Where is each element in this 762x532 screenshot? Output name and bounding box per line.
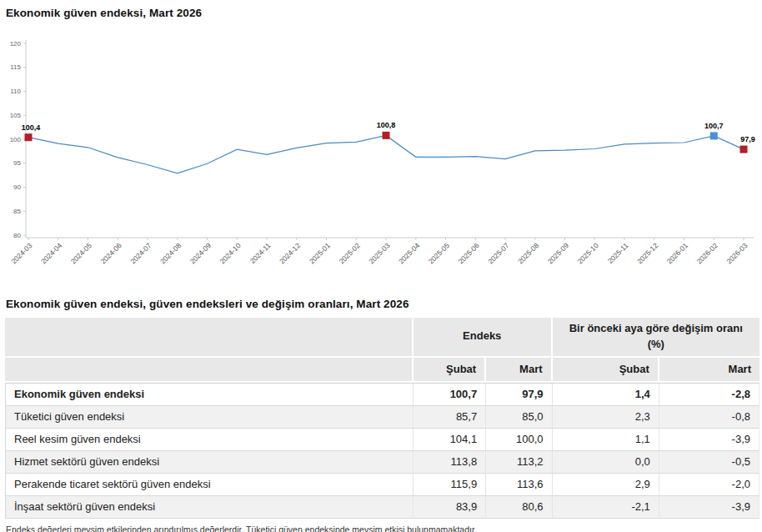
value-cell: 100,7 [414, 383, 486, 406]
value-cell: -3,9 [659, 429, 759, 451]
x-axis-tick-label: 2026-03 [724, 241, 749, 265]
value-cell: 0,0 [553, 451, 659, 474]
value-cell: -0,5 [659, 451, 759, 474]
table-row: Ekonomik güven endeksi100,797,91,4-2,8 [5, 383, 759, 406]
y-axis-tick-label: 110 [10, 88, 21, 95]
value-cell: 115,9 [414, 474, 486, 496]
x-axis-tick-label: 2024-12 [278, 241, 302, 265]
data-label-2024-03: 100,4 [22, 123, 41, 132]
table-row: Reel kesim güven endeksi104,1100,01,1-3,… [5, 429, 759, 451]
x-axis-tick-label: 2025-01 [308, 241, 332, 265]
x-axis-tick-label: 2025-10 [576, 241, 600, 265]
x-axis-tick-label: 2024-09 [188, 241, 213, 265]
highlight-marker-2024-03 [25, 133, 33, 141]
table-sub-header-row: Şubat Mart Şubat Mart [5, 358, 759, 383]
value-cell: 113,8 [414, 451, 486, 474]
x-axis-tick-label: 2025-12 [635, 241, 659, 265]
highlight-marker-2025-03 [383, 132, 390, 139]
x-axis-tick-label: 2025-03 [367, 241, 391, 265]
data-label-2026-02: 100,7 [704, 122, 724, 130]
table-row: Hizmet sektörü güven endeksi113,8113,20,… [5, 451, 759, 474]
x-axis-tick-label: 2025-08 [516, 241, 540, 265]
table-row: Tüketici güven endeksi85,785,02,3-0,8 [5, 406, 759, 429]
y-axis-tick-label: 80 [13, 232, 21, 239]
value-cell: 1,4 [553, 383, 659, 406]
y-axis-tick-label: 85 [13, 208, 21, 215]
sub-header-mart-change: Mart [659, 358, 759, 383]
x-axis-tick-label: 2025-04 [397, 241, 421, 265]
value-cell: 1,1 [553, 429, 659, 451]
value-cell: 97,9 [486, 383, 552, 406]
highlight-marker-2026-03 [740, 146, 748, 153]
x-axis-tick-label: 2025-02 [338, 241, 362, 265]
footnote: Endeks değerleri mevsim etkilerinden arı… [6, 524, 759, 532]
value-cell: 80,6 [486, 496, 552, 519]
series-line-ekonomik-guven-endeksi [28, 135, 744, 173]
table-header: Endeks Bir önceki aya göre değişim oranı… [5, 318, 759, 383]
y-axis-tick-label: 105 [10, 112, 22, 119]
x-axis-tick-label: 2024-08 [158, 241, 183, 265]
sub-header-subat-endeks: Şubat [414, 358, 486, 383]
table-row: İnşaat sektörü güven endeksi83,980,6-2,1… [5, 496, 759, 519]
x-axis-tick-label: 2024-04 [39, 241, 63, 265]
row-label: Ekonomik güven endeksi [5, 383, 414, 406]
table-body: Ekonomik güven endeksi100,797,91,4-2,8Tü… [5, 383, 759, 519]
chart-title: Ekonomik güven endeksi, Mart 2026 [6, 7, 759, 19]
x-axis-tick-label: 2025-05 [427, 241, 451, 265]
value-cell: 2,9 [553, 474, 659, 496]
x-axis-tick-label: 2026-01 [665, 241, 689, 265]
value-cell: 100,0 [486, 429, 552, 451]
y-axis-tick-label: 90 [13, 183, 21, 191]
x-axis-tick-label: 2025-11 [606, 241, 630, 265]
confidence-index-table: Endeks Bir önceki aya göre değişim oranı… [5, 318, 759, 519]
x-axis-tick-label: 2024-06 [99, 241, 123, 265]
group-header-endeks: Endeks [414, 318, 553, 358]
economic-confidence-line-chart: 808590951001051101151202024-032024-04202… [5, 31, 759, 283]
sub-header-mart-endeks: Mart [486, 358, 552, 383]
value-cell: 113,2 [486, 451, 552, 474]
row-label: İnşaat sektörü güven endeksi [5, 496, 414, 519]
value-cell: -3,9 [659, 496, 759, 519]
data-label-2026-03: 97,9 [740, 135, 755, 143]
table-group-header-row: Endeks Bir önceki aya göre değişim oranı… [5, 318, 759, 358]
value-cell: 83,9 [414, 496, 486, 519]
x-axis-tick-label: 2024-11 [248, 241, 273, 265]
x-axis-tick-label: 2026-02 [695, 241, 719, 265]
x-axis-tick-label: 2024-03 [9, 241, 33, 265]
empty-header-cell [5, 318, 414, 358]
x-axis-tick-label: 2025-06 [457, 241, 481, 265]
y-axis-tick-label: 95 [13, 159, 21, 167]
line-chart-container: 808590951001051101151202024-032024-04202… [5, 31, 759, 283]
x-axis-tick-label: 2024-10 [218, 241, 243, 265]
value-cell: 2,3 [553, 406, 659, 429]
table-title: Ekonomik güven endeksi, güven endeksleri… [6, 298, 759, 310]
x-axis-tick-label: 2024-05 [69, 241, 93, 265]
data-label-2025-03: 100,8 [377, 121, 396, 129]
value-cell: 85,0 [486, 406, 552, 429]
x-axis-tick-label: 2024-07 [128, 241, 153, 265]
value-cell: -2,1 [553, 496, 659, 519]
x-axis-tick-label: 2025-07 [486, 241, 510, 265]
value-cell: 85,7 [414, 406, 486, 429]
value-cell: -2,8 [659, 383, 759, 406]
y-axis-tick-label: 100 [10, 136, 22, 143]
row-label: Reel kesim güven endeksi [5, 429, 414, 451]
value-cell: 104,1 [414, 429, 486, 451]
value-cell: -2,0 [659, 474, 759, 496]
x-axis-tick-label: 2025-09 [546, 241, 570, 265]
y-axis-tick-label: 115 [10, 63, 21, 71]
value-cell: -0,8 [659, 406, 759, 429]
empty-header-cell [5, 358, 414, 383]
value-cell: 113,6 [486, 474, 552, 496]
y-axis-tick-label: 120 [10, 40, 22, 48]
row-label: Hizmet sektörü güven endeksi [5, 451, 414, 474]
row-label: Perakende ticaret sektörü güven endeksi [5, 474, 414, 496]
row-label: Tüketici güven endeksi [5, 406, 414, 429]
table-row: Perakende ticaret sektörü güven endeksi1… [5, 474, 759, 496]
group-header-change-rate: Bir önceki aya göre değişim oranı (%) [553, 318, 759, 358]
report-page: Ekonomik güven endeksi, Mart 2026 808590… [0, 7, 762, 532]
sub-header-subat-change: Şubat [553, 358, 659, 383]
highlight-marker-2026-02 [710, 132, 718, 139]
